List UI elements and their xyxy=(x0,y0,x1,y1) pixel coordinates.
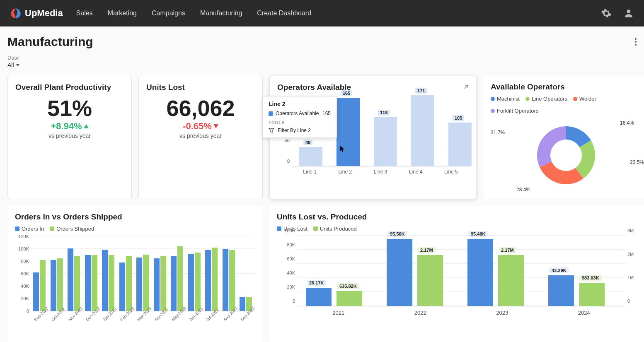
orders-bar[interactable] xyxy=(195,253,201,311)
nav-marketing[interactable]: Marketing xyxy=(108,10,137,17)
orders-bar[interactable] xyxy=(188,254,194,311)
orders-bar[interactable] xyxy=(126,256,132,311)
card-orders: Orders In vs Orders Shipped Orders In Or… xyxy=(7,206,263,342)
app-logo[interactable]: UpMedia xyxy=(10,7,63,19)
orders-bar[interactable] xyxy=(51,260,56,311)
ops-bar[interactable] xyxy=(337,98,360,166)
orders-bar[interactable] xyxy=(143,255,149,311)
orders-bar[interactable] xyxy=(33,272,39,311)
orders-bar[interactable] xyxy=(74,256,80,311)
orders-bar[interactable] xyxy=(92,255,97,311)
orders-bar[interactable] xyxy=(154,258,160,311)
ops-bar[interactable] xyxy=(374,117,397,166)
orders-bar[interactable] xyxy=(212,248,218,311)
orders-bar[interactable] xyxy=(57,258,63,311)
orders-bar[interactable] xyxy=(136,258,142,311)
date-filter[interactable]: All xyxy=(7,62,637,68)
brand-name: UpMedia xyxy=(25,8,63,19)
orders-bar[interactable] xyxy=(223,249,228,311)
svg-point-1 xyxy=(635,38,637,40)
page-title: Manufacturing xyxy=(7,35,93,49)
card-operators-available[interactable]: Operators Available 05046165118171105 Li… xyxy=(269,76,477,199)
svg-point-0 xyxy=(627,10,631,13)
chevron-down-icon xyxy=(16,64,20,66)
card-units-lost-produced: Units Lost vs. Produced Units Lost Units… xyxy=(269,206,644,342)
filter-label: Date xyxy=(7,55,637,61)
ulp-bar-lost[interactable] xyxy=(387,239,412,306)
ulp-bar-lost[interactable] xyxy=(306,288,332,306)
card-units-lost: Units Lost 66,062 -0.65% vs previous yea… xyxy=(138,76,263,199)
logo-icon xyxy=(10,7,22,19)
expand-icon[interactable] xyxy=(463,84,469,90)
orders-bar[interactable] xyxy=(40,260,46,311)
settings-icon[interactable] xyxy=(601,8,612,19)
orders-chart[interactable]: 020K40K60K80K100K120K Sep-2022Oct-2022No… xyxy=(15,237,255,335)
orders-bar[interactable] xyxy=(85,255,91,311)
card-available-operators: Available Operators MachinistLine Operat… xyxy=(483,76,644,199)
tooltip-filter-button[interactable]: Filter By Line 2 xyxy=(269,128,331,133)
main-nav: Sales Marketing Campaigns Manufacturing … xyxy=(76,10,601,17)
orders-bar[interactable] xyxy=(205,250,211,311)
orders-bar[interactable] xyxy=(171,256,177,311)
user-icon[interactable] xyxy=(623,8,634,19)
ops-bar[interactable] xyxy=(299,147,322,166)
triangle-down-icon xyxy=(213,124,218,128)
triangle-up-icon xyxy=(84,124,89,128)
kpi-units-lost-value: 66,062 xyxy=(146,95,255,121)
ulp-bar-lost[interactable] xyxy=(548,275,574,306)
ulp-bar-produced[interactable] xyxy=(337,291,362,306)
kpi-units-lost-delta: -0.65% xyxy=(183,121,218,132)
orders-bar[interactable] xyxy=(109,255,114,311)
nav-sales[interactable]: Sales xyxy=(76,10,93,17)
card-productivity: Overall Plant Productivity 51% +8.94% vs… xyxy=(7,76,132,199)
available-operators-donut[interactable]: 16.4% 23.5% 28.4% 31.7% xyxy=(491,118,642,193)
orders-bar[interactable] xyxy=(229,250,235,311)
orders-bar[interactable] xyxy=(68,248,73,311)
more-icon[interactable] xyxy=(635,38,637,46)
ulp-bar-lost[interactable] xyxy=(467,239,493,306)
kpi-productivity-delta: +8.94% xyxy=(51,121,88,132)
orders-bar[interactable] xyxy=(177,246,183,311)
ulp-bar-produced[interactable] xyxy=(417,255,443,306)
ulp-bar-produced[interactable] xyxy=(579,283,605,306)
units-lost-produced-chart[interactable]: 020K40K60K80K100K01M2M3M26.17K635.82K95.… xyxy=(298,236,625,306)
nav-create-dashboard[interactable]: Create Dashboard xyxy=(257,10,311,17)
ops-bar[interactable] xyxy=(448,123,472,166)
kpi-productivity-value: 51% xyxy=(15,95,124,121)
orders-bar[interactable] xyxy=(102,250,108,311)
nav-manufacturing[interactable]: Manufacturing xyxy=(200,10,242,17)
filter-icon xyxy=(269,128,274,133)
orders-bar[interactable] xyxy=(240,297,245,311)
svg-point-3 xyxy=(635,44,637,46)
nav-campaigns[interactable]: Campaigns xyxy=(152,10,185,17)
svg-point-2 xyxy=(635,41,637,43)
ulp-bar-produced[interactable] xyxy=(498,255,524,306)
orders-bar[interactable] xyxy=(160,256,166,311)
ops-bar[interactable] xyxy=(411,95,434,166)
orders-bar[interactable] xyxy=(119,263,125,311)
chart-tooltip: Line 2 Operators Available 165 TOOLS Fil… xyxy=(262,96,337,138)
